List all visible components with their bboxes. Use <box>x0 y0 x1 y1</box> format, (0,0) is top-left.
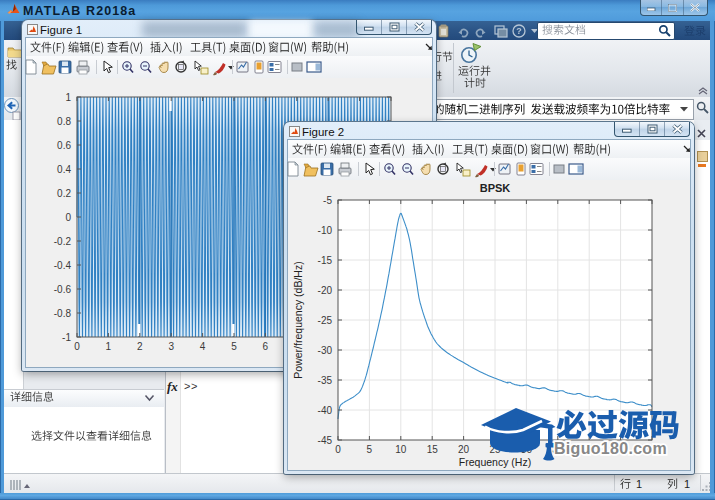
svg-text:-35: -35 <box>318 375 333 386</box>
svg-text:2: 2 <box>137 341 143 352</box>
svg-text:-25: -25 <box>318 315 333 326</box>
svg-text:-45: -45 <box>318 435 333 446</box>
svg-text:0.4: 0.4 <box>57 164 71 175</box>
svg-text:5: 5 <box>367 444 373 455</box>
svg-text:1: 1 <box>106 341 112 352</box>
svg-text:-20: -20 <box>318 285 333 296</box>
svg-text:-40: -40 <box>318 405 333 416</box>
svg-text:BPSK: BPSK <box>480 182 511 194</box>
svg-text:?: ? <box>516 26 522 36</box>
svg-text:0.6: 0.6 <box>57 140 71 151</box>
svg-text:0: 0 <box>65 212 71 223</box>
svg-text:-5: -5 <box>323 195 332 206</box>
svg-text:-10: -10 <box>318 225 333 236</box>
svg-text:Biguo180.com: Biguo180.com <box>554 440 667 457</box>
svg-text:-0.2: -0.2 <box>54 236 72 247</box>
svg-text:-15: -15 <box>318 255 333 266</box>
svg-text:20: 20 <box>458 444 470 455</box>
svg-text:3: 3 <box>168 341 174 352</box>
svg-text:-30: -30 <box>318 345 333 356</box>
svg-text:-0.8: -0.8 <box>54 308 72 319</box>
svg-text:10: 10 <box>395 444 407 455</box>
svg-text:-0.6: -0.6 <box>54 284 72 295</box>
svg-text:0.8: 0.8 <box>57 116 71 127</box>
svg-text:4: 4 <box>200 341 206 352</box>
svg-text:6: 6 <box>263 341 269 352</box>
svg-text:0: 0 <box>74 341 80 352</box>
svg-text:1: 1 <box>65 92 71 103</box>
svg-text:-0.4: -0.4 <box>54 260 72 271</box>
svg-text:-1: -1 <box>62 332 71 343</box>
svg-text:0.2: 0.2 <box>57 188 71 199</box>
svg-text:Power/frequency (dB/Hz): Power/frequency (dB/Hz) <box>292 261 304 378</box>
svg-text:15: 15 <box>427 444 439 455</box>
svg-text:5: 5 <box>231 341 237 352</box>
svg-text:0: 0 <box>335 444 341 455</box>
